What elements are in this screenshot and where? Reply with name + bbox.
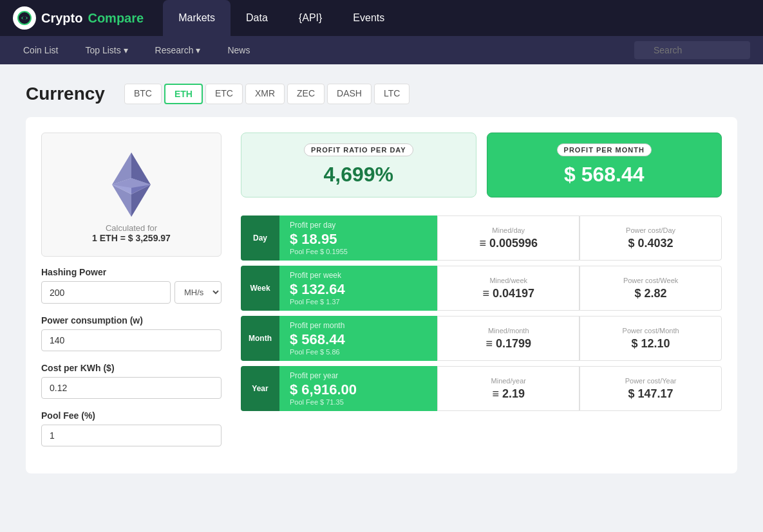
profit-ratio-card: PROFIT RATIO PER DAY 4,699% (241, 133, 476, 197)
top-navigation: CryptoCompare Markets Data {API} Events (0, 0, 763, 36)
power-cell: Power cost/Month $ 12.10 (579, 316, 722, 361)
profit-month-card: PROFIT PER MONTH $ 568.44 (487, 133, 722, 197)
search-input[interactable] (634, 41, 750, 59)
hashing-power-group: Hashing Power MH/s GH/s TH/s (41, 267, 221, 304)
nav-events[interactable]: Events (337, 0, 400, 36)
power-value: $ 12.10 (590, 337, 711, 351)
page-content: Currency BTC ETH ETC XMR ZEC DASH LTC (0, 64, 763, 493)
mined-title: Mined/year (448, 377, 569, 385)
period-label: Year (241, 366, 279, 411)
profit-amount: $ 568.44 (290, 331, 427, 348)
tab-xmr[interactable]: XMR (245, 84, 285, 104)
svg-point-1 (23, 16, 26, 20)
profit-amount: $ 132.64 (290, 281, 427, 298)
mined-value: ≡ 0.04197 (448, 287, 569, 300)
profit-ratio-label: PROFIT RATIO PER DAY (304, 143, 413, 156)
power-consumption-input[interactable] (41, 329, 221, 351)
mined-cell: Mined/day ≡ 0.005996 (437, 216, 579, 261)
table-row: Year Profit per year $ 6,916.00 Pool Fee… (241, 366, 722, 411)
tab-dash[interactable]: DASH (327, 84, 372, 104)
eth-calc-label: Calculated for (92, 223, 171, 233)
power-consumption-group: Power consumption (w) (41, 315, 221, 351)
pool-fee-input[interactable] (41, 425, 221, 446)
nav-api[interactable]: {API} (283, 0, 337, 36)
cost-per-kwh-input[interactable] (41, 377, 221, 399)
profit-fee: Pool Fee $ 71.35 (290, 398, 427, 406)
sub-nav-research[interactable]: Research ▾ (145, 36, 211, 64)
summary-cards: PROFIT RATIO PER DAY 4,699% PROFIT PER M… (241, 133, 722, 197)
power-cell: Power cost/Year $ 147.17 (579, 366, 722, 411)
power-title: Power cost/Month (590, 327, 711, 335)
page-title: Currency (26, 84, 105, 104)
mined-value: ≡ 2.19 (448, 387, 569, 401)
profit-cell: Profit per day $ 18.95 Pool Fee $ 0.1955 (279, 216, 437, 261)
profit-title: Profit per week (290, 271, 427, 280)
power-value: $ 0.4032 (590, 237, 711, 250)
logo-text-compare: Compare (88, 11, 144, 26)
profit-title: Profit per year (290, 371, 427, 380)
period-label: Week (241, 266, 279, 311)
left-panel: Calculated for 1 ETH = $ 3,259.97 Hashin… (41, 133, 221, 458)
logo-text-crypto: Crypto (41, 11, 82, 26)
main-content: Calculated for 1 ETH = $ 3,259.97 Hashin… (26, 117, 737, 473)
power-cell: Power cost/Day $ 0.4032 (579, 216, 722, 261)
hashing-power-input[interactable] (41, 281, 171, 304)
profit-ratio-value: 4,699% (254, 163, 463, 187)
hashing-unit-select[interactable]: MH/s GH/s TH/s (174, 281, 221, 304)
sub-nav-news[interactable]: News (217, 36, 260, 64)
cost-per-kwh-label: Cost per KWh ($) (41, 363, 221, 373)
eth-logo-box: Calculated for 1 ETH = $ 3,259.97 (41, 133, 221, 257)
profit-fee: Pool Fee $ 5.86 (290, 348, 427, 356)
mined-title: Mined/week (448, 277, 569, 284)
mined-cell: Mined/year ≡ 2.19 (437, 366, 579, 411)
profit-cell: Profit per month $ 568.44 Pool Fee $ 5.8… (279, 316, 437, 361)
logo-icon (13, 6, 36, 30)
sub-navigation: Coin List Top Lists ▾ Research ▾ News 🔍 (0, 36, 763, 64)
profit-month-value: $ 568.44 (500, 163, 709, 187)
pool-fee-group: Pool Fee (%) (41, 410, 221, 446)
power-value: $ 147.17 (590, 387, 711, 401)
eth-calc-value: 1 ETH = $ 3,259.97 (92, 233, 171, 243)
nav-data[interactable]: Data (231, 0, 283, 36)
eth-calc-info: Calculated for 1 ETH = $ 3,259.97 (92, 223, 171, 243)
profit-fee: Pool Fee $ 0.1955 (290, 248, 427, 255)
mined-title: Mined/day (448, 226, 569, 234)
profit-month-label: PROFIT PER MONTH (557, 143, 652, 156)
pool-fee-label: Pool Fee (%) (41, 410, 221, 421)
hashing-power-row: MH/s GH/s TH/s (41, 281, 221, 304)
mined-cell: Mined/month ≡ 0.1799 (437, 316, 579, 361)
sub-nav-top-lists[interactable]: Top Lists ▾ (75, 36, 138, 64)
mined-cell: Mined/week ≡ 0.04197 (437, 266, 579, 311)
profit-amount: $ 18.95 (290, 231, 427, 248)
tab-zec[interactable]: ZEC (287, 84, 325, 104)
mining-data-table: Day Profit per day $ 18.95 Pool Fee $ 0.… (241, 210, 722, 416)
logo[interactable]: CryptoCompare (13, 6, 144, 30)
sub-nav-coin-list[interactable]: Coin List (13, 36, 68, 64)
search-wrapper: 🔍 (634, 41, 750, 59)
currency-tabs: BTC ETH ETC XMR ZEC DASH LTC (124, 84, 410, 104)
power-title: Power cost/Week (590, 277, 711, 284)
nav-markets[interactable]: Markets (163, 0, 231, 36)
power-consumption-label: Power consumption (w) (41, 315, 221, 326)
cost-per-kwh-group: Cost per KWh ($) (41, 363, 221, 399)
profit-cell: Profit per week $ 132.64 Pool Fee $ 1.37 (279, 266, 437, 311)
right-panel: PROFIT RATIO PER DAY 4,699% PROFIT PER M… (241, 133, 722, 458)
mined-value: ≡ 0.1799 (448, 337, 569, 351)
power-title: Power cost/Year (590, 377, 711, 385)
table-row: Month Profit per month $ 568.44 Pool Fee… (241, 316, 722, 361)
tab-ltc[interactable]: LTC (374, 84, 410, 104)
period-label: Day (241, 216, 279, 261)
tab-etc[interactable]: ETC (205, 84, 243, 104)
table-row: Week Profit per week $ 132.64 Pool Fee $… (241, 266, 722, 311)
main-nav: Markets Data {API} Events (163, 0, 400, 36)
power-cell: Power cost/Week $ 2.82 (579, 266, 722, 311)
profit-amount: $ 6,916.00 (290, 381, 427, 398)
mined-title: Mined/month (448, 327, 569, 335)
tab-eth[interactable]: ETH (164, 84, 203, 104)
profit-fee: Pool Fee $ 1.37 (290, 298, 427, 306)
tab-btc[interactable]: BTC (124, 84, 162, 104)
power-value: $ 2.82 (590, 287, 711, 300)
power-title: Power cost/Day (590, 226, 711, 234)
profit-cell: Profit per year $ 6,916.00 Pool Fee $ 71… (279, 366, 437, 411)
currency-header: Currency BTC ETH ETC XMR ZEC DASH LTC (26, 84, 737, 104)
